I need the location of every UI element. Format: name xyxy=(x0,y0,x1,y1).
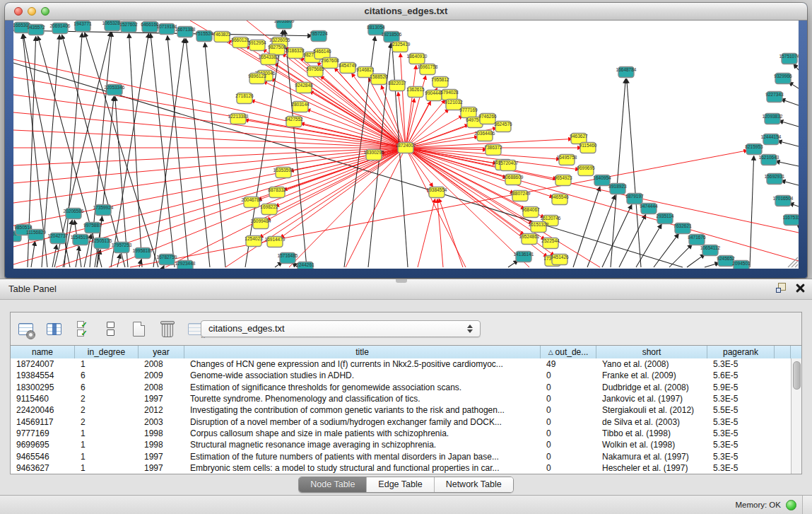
column-header-pagerank[interactable]: pagerank xyxy=(707,346,775,358)
node-yellow[interactable]: 8427552 xyxy=(285,117,303,127)
node-teal[interactable]: 7632621 xyxy=(673,223,692,234)
node-teal[interactable]: 9435572 xyxy=(27,25,45,35)
column-header-out_degree[interactable]: △out_de... xyxy=(541,346,596,358)
node-yellow[interactable]: 1588520 xyxy=(370,74,388,85)
column-header-year[interactable]: year xyxy=(139,346,184,358)
node-teal[interactable]: 1943771 xyxy=(73,21,92,32)
node-yellow[interactable]: 1362615 xyxy=(406,87,425,98)
table-row[interactable]: 2242004622012Investigating the contribut… xyxy=(11,404,791,416)
node-teal[interactable]: 17359924 xyxy=(93,205,114,216)
node-yellow[interactable]: 8454749 xyxy=(339,63,357,74)
column-header-short[interactable]: short xyxy=(596,346,707,358)
node-yellow[interactable]: 18300295 xyxy=(364,150,384,160)
new-doc-icon[interactable] xyxy=(129,320,148,339)
tab-network-table[interactable]: Network Table xyxy=(435,477,513,492)
column-header-title[interactable]: title xyxy=(184,346,541,358)
node-yellow[interactable]: 9699695 xyxy=(577,165,595,176)
close-panel-icon[interactable] xyxy=(796,284,805,293)
table-row[interactable]: 946554611997Estimation of the future num… xyxy=(11,450,791,462)
window-titlebar[interactable]: citations_edges.txt xyxy=(5,3,807,21)
node-teal[interactable]: 22053346 xyxy=(105,85,125,95)
node-teal[interactable]: 1167533 xyxy=(783,215,799,226)
scrollbar-thumb[interactable] xyxy=(793,361,801,390)
node-yellow[interactable]: 8822037 xyxy=(388,81,406,91)
node-teal[interactable]: 14136141 xyxy=(514,252,534,262)
window-grow-box[interactable] xyxy=(802,496,812,514)
node-teal[interactable]: 6879197 xyxy=(625,194,644,204)
node-teal[interactable]: 12923448 xyxy=(175,261,196,269)
node-yellow[interactable]: 9115460 xyxy=(579,143,597,153)
node-yellow[interactable]: 12325419 xyxy=(390,42,411,52)
rows-icon[interactable] xyxy=(101,320,120,339)
node-teal[interactable]: 12042737 xyxy=(48,233,69,244)
node-teal[interactable]: 16648784 xyxy=(616,67,637,78)
node-yellow[interactable]: 7386372 xyxy=(484,145,502,156)
hub-node[interactable]: 18724007 xyxy=(396,143,416,153)
node-yellow[interactable]: 9777169 xyxy=(459,107,478,118)
node-teal[interactable]: 2935114 xyxy=(657,214,674,224)
node-yellow[interactable]: 16914479 xyxy=(265,237,286,247)
node-teal[interactable]: 12505135 xyxy=(92,238,112,249)
node-teal[interactable]: 19958187 xyxy=(133,248,153,259)
row-select-icon[interactable]: ✓✓ xyxy=(73,320,92,339)
node-yellow[interactable]: 7955812 xyxy=(431,77,449,88)
tab-edge-table[interactable]: Edge Table xyxy=(367,477,434,492)
node-yellow[interactable]: 1698222 xyxy=(260,204,278,215)
node-teal[interactable]: 7515524 xyxy=(195,31,213,42)
node-teal[interactable]: 9227343 xyxy=(765,92,784,103)
node-teal[interactable]: 2244261 xyxy=(296,262,314,269)
table-vertical-scrollbar[interactable] xyxy=(791,358,801,474)
node-teal[interactable]: 16782759 xyxy=(157,255,177,265)
table-row[interactable]: 1456911722003Disruption of a novel membe… xyxy=(11,416,791,427)
node-teal[interactable]: 11545194 xyxy=(71,235,91,245)
table-selector-dropdown[interactable]: citations_edges.txt xyxy=(201,320,481,337)
node-yellow[interactable]: 19384554 xyxy=(427,187,447,198)
node-teal[interactable]: 17957253 xyxy=(112,243,132,253)
node-teal[interactable]: 10719184 xyxy=(157,24,177,35)
node-yellow[interactable]: 16099484 xyxy=(251,218,271,229)
node-yellow[interactable]: 16353593 xyxy=(273,168,294,178)
node-yellow[interactable]: 5975685 xyxy=(306,66,324,77)
node-teal[interactable]: 16210643 xyxy=(759,155,779,165)
node-yellow[interactable]: 8186328 xyxy=(286,48,305,59)
table-settings-icon[interactable] xyxy=(16,320,35,339)
node-yellow[interactable]: 20364486 xyxy=(475,131,495,141)
node-yellow[interactable]: 12213383 xyxy=(228,114,249,124)
node-teal[interactable]: 11156829 xyxy=(26,230,46,240)
canvas-resize-grip[interactable] xyxy=(788,257,798,267)
node-yellow[interactable]: 9684067 xyxy=(522,207,540,218)
node-yellow[interactable]: 6794028 xyxy=(440,90,459,100)
node-yellow[interactable]: 1254023 xyxy=(245,236,263,247)
node-yellow[interactable]: 16543382 xyxy=(259,54,279,65)
node-yellow[interactable]: 9242848 xyxy=(295,83,313,93)
network-graph[interactable]: 1872400716653099435572206914061943771106… xyxy=(13,21,799,269)
tab-node-table[interactable]: Node Table xyxy=(299,477,367,492)
column-header-in_degree[interactable]: in_degree xyxy=(75,346,139,358)
node-teal[interactable]: 2094501 xyxy=(732,261,751,269)
trash-icon[interactable] xyxy=(158,320,177,339)
node-teal[interactable]: 9474444 xyxy=(640,204,658,214)
node-yellow[interactable]: 7463822 xyxy=(213,32,231,42)
node-yellow[interactable]: 16151328 xyxy=(529,222,549,233)
node-teal[interactable]: 20691406 xyxy=(50,23,71,34)
float-panel-icon[interactable] xyxy=(776,283,786,293)
node-yellow[interactable]: 18640910 xyxy=(407,54,428,64)
table-row[interactable]: 1830029562008Estimation of significance … xyxy=(11,382,791,393)
node-teal[interactable]: 9329966 xyxy=(774,74,792,84)
node-teal[interactable]: 16671388 xyxy=(175,27,196,37)
node-teal[interactable]: 19218506 xyxy=(382,32,402,42)
node-yellow[interactable]: 18807249 xyxy=(510,191,531,201)
node-teal[interactable]: 1527602 xyxy=(119,22,138,33)
node-yellow[interactable]: 9896123 xyxy=(248,74,266,84)
node-yellow[interactable]: 20046786 xyxy=(242,197,262,208)
node-yellow[interactable]: 16495758 xyxy=(557,155,577,165)
node-yellow[interactable]: 9451426 xyxy=(551,255,569,265)
node-yellow[interactable]: 2718126 xyxy=(235,93,254,104)
select-columns-icon[interactable] xyxy=(45,320,64,339)
node-yellow[interactable]: 9654923 xyxy=(554,175,572,186)
node-teal[interactable]: 17016504 xyxy=(773,196,794,206)
table-row[interactable]: 1938455462009Genome-wide association stu… xyxy=(11,370,791,381)
node-yellow[interactable]: 8660128 xyxy=(231,37,249,48)
node-yellow[interactable]: 2803144 xyxy=(291,102,310,112)
table-row[interactable]: 977716911998Corpus callosum shape and si… xyxy=(11,428,791,439)
